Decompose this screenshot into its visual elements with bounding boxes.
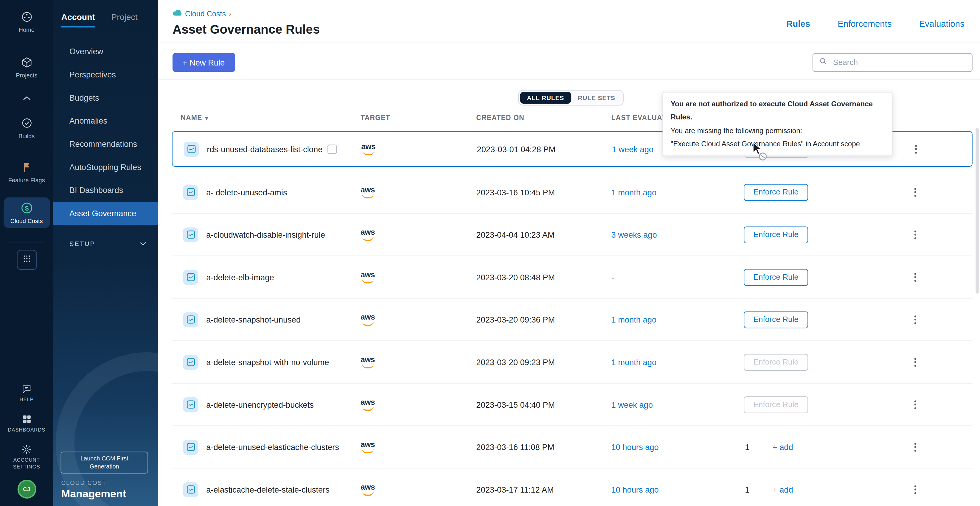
sort-descending-icon[interactable]: ▾ (205, 115, 208, 121)
rule-checkbox[interactable] (328, 144, 337, 154)
enforce-rule-button[interactable]: Enforce Rule (744, 226, 808, 243)
last-evaluation-value[interactable]: 10 hours ago (611, 442, 659, 452)
rail-item-builds[interactable]: Builds (3, 113, 50, 143)
tab-project[interactable]: Project (111, 13, 137, 27)
sidebar-nav: Overview Perspectives Budgets Anomalies … (53, 40, 158, 225)
last-evaluation-value[interactable]: 1 week ago (611, 400, 652, 409)
tab-rules[interactable]: Rules (786, 19, 810, 29)
column-header-name[interactable]: NAME▾ (181, 114, 208, 121)
rule-name[interactable]: a-delete-snapshot-unused (206, 315, 301, 324)
breadcrumb-caret: › (229, 10, 232, 17)
rail-collapse-toggle[interactable] (3, 90, 50, 106)
last-evaluation-value[interactable]: - (611, 273, 614, 282)
aws-logo: aws (361, 228, 375, 241)
setup-section-toggle[interactable]: SETUP (53, 240, 158, 247)
table-row[interactable]: a-cloudwatch-disable-insight-ruleaws2023… (172, 214, 972, 256)
rail-item-projects[interactable]: Projects (3, 52, 50, 82)
sidebar-item-anomalies[interactable]: Anomalies (53, 109, 158, 133)
row-menu-kebab[interactable] (911, 312, 919, 327)
table-row[interactable]: a-elasticache-delete-stale-clustersaws20… (172, 468, 972, 506)
add-enforcement-link[interactable]: + add (773, 442, 793, 452)
row-menu-kebab[interactable] (912, 141, 920, 156)
rail-item-dashboards[interactable]: DASHBOARDS (2, 413, 51, 434)
svg-text:$: $ (25, 205, 28, 212)
dashboards-grid-icon (20, 413, 33, 425)
aws-smile-icon (362, 491, 374, 496)
sidebar-item-perspectives[interactable]: Perspectives (53, 63, 158, 86)
add-enforcement-link[interactable]: + add (773, 485, 793, 494)
cloud-icon (172, 9, 182, 18)
rail-item-account-settings[interactable]: ACCOUNT SETTINGS (2, 443, 51, 471)
rule-name[interactable]: a-delete-elb-image (206, 273, 274, 282)
sidebar-item-overview[interactable]: Overview (53, 40, 158, 63)
row-menu-kebab[interactable] (911, 482, 919, 497)
table-row[interactable]: a-delete-unencrypted-bucketsaws2023-03-1… (172, 384, 972, 426)
last-evaluation-value[interactable]: 1 month ago (611, 315, 656, 324)
enforce-rule-button[interactable]: Enforce Rule (744, 269, 808, 286)
sidebar-item-asset-governance[interactable]: Asset Governance (53, 202, 158, 225)
rule-name[interactable]: rds-unused-databases-list-clone (207, 144, 322, 154)
launch-ccm-first-gen-button[interactable]: Launch CCM First Generation (60, 452, 148, 474)
new-rule-button[interactable]: + New Rule (172, 53, 235, 72)
row-menu-kebab[interactable] (911, 397, 919, 412)
row-menu-kebab[interactable] (911, 185, 919, 200)
tab-account[interactable]: Account (61, 13, 95, 27)
rail-item-feature-flags[interactable]: Feature Flags (3, 157, 50, 187)
enforce-rule-button[interactable]: Enforce Rule (744, 396, 808, 413)
last-evaluation-value[interactable]: 10 hours ago (611, 485, 659, 494)
last-evaluation-value[interactable]: 1 month ago (611, 357, 656, 366)
search-icon (819, 57, 827, 68)
rail-divider (8, 242, 45, 243)
aws-smile-icon (362, 236, 374, 241)
created-on-value: 2023-03-17 11:12 AM (476, 485, 554, 494)
sidebar-item-bi-dashboards[interactable]: BI Dashboards (53, 179, 158, 202)
aws-text: aws (361, 186, 375, 194)
table-row[interactable]: a-delete-elb-imageaws2023-03-20 08:48 PM… (172, 256, 972, 299)
table-row[interactable]: a- delete-unused-amisaws2023-03-16 10:45… (172, 171, 972, 214)
rail-item-home[interactable]: Home (3, 6, 50, 37)
last-evaluation-value[interactable]: 3 weeks ago (611, 230, 657, 239)
sidebar-item-budgets[interactable]: Budgets (53, 86, 158, 109)
row-menu-kebab[interactable] (911, 270, 919, 284)
sidebar-item-recommendations[interactable]: Recommendations (53, 133, 158, 156)
table-row[interactable]: a-delete-snapshot-with-no-volumeaws2023-… (172, 341, 972, 384)
toggle-all-rules[interactable]: ALL RULES (520, 92, 571, 104)
aws-smile-icon (362, 406, 374, 411)
module-picker-button[interactable] (17, 250, 37, 270)
rule-name[interactable]: a-elasticache-delete-stale-clusters (206, 485, 329, 494)
aws-smile-icon (362, 194, 374, 199)
rule-icon (183, 482, 198, 497)
feature-flags-icon (20, 160, 33, 174)
rule-name[interactable]: a-delete-snapshot-with-no-volume (206, 357, 329, 366)
last-evaluation-value[interactable]: 1 week ago (612, 144, 654, 154)
rule-name[interactable]: a- delete-unused-amis (206, 187, 287, 197)
rail-item-label: ACCOUNT SETTINGS (2, 457, 51, 471)
enforce-rule-button[interactable]: Enforce Rule (744, 354, 808, 371)
enforce-rule-button[interactable]: Enforce Rule (744, 184, 808, 201)
rules-view-toggle: ALL RULES RULE SETS (518, 90, 624, 105)
table-row[interactable]: a-delete-snapshot-unusedaws2023-03-20 09… (172, 299, 972, 341)
toggle-rule-sets[interactable]: RULE SETS (571, 92, 622, 104)
user-avatar[interactable]: CJ (17, 480, 36, 498)
vertical-scrollbar[interactable] (975, 128, 978, 293)
row-menu-kebab[interactable] (911, 354, 919, 369)
breadcrumb-cloud-costs-link[interactable]: Cloud Costs (185, 9, 226, 18)
rail-item-help[interactable]: HELP (2, 383, 51, 404)
row-menu-kebab[interactable] (911, 227, 919, 242)
tab-enforcements[interactable]: Enforcements (838, 19, 891, 29)
rule-name[interactable]: a-delete-unencrypted-buckets (206, 400, 314, 409)
table-row[interactable]: a-delete-unused-elasticache-clustersaws2… (172, 426, 972, 469)
rule-name[interactable]: a-cloudwatch-disable-insight-rule (206, 230, 325, 239)
sidebar-item-autostopping-rules[interactable]: AutoStopping Rules (53, 155, 158, 179)
rail-item-cloud-costs[interactable]: $ Cloud Costs (3, 197, 50, 228)
created-on-value: 2023-03-20 08:48 PM (476, 273, 555, 282)
tab-evaluations[interactable]: Evaluations (919, 19, 964, 29)
search-input[interactable] (832, 57, 966, 68)
builds-icon (20, 116, 33, 130)
toolbar-divider (158, 79, 980, 80)
last-evaluation-value[interactable]: 1 month ago (611, 187, 656, 197)
rule-name[interactable]: a-delete-unused-elasticache-clusters (206, 442, 339, 452)
enforce-rule-button[interactable]: Enforce Rule (744, 311, 808, 328)
row-menu-kebab[interactable] (911, 439, 919, 454)
created-on-value: 2023-03-16 10:45 PM (476, 187, 555, 197)
